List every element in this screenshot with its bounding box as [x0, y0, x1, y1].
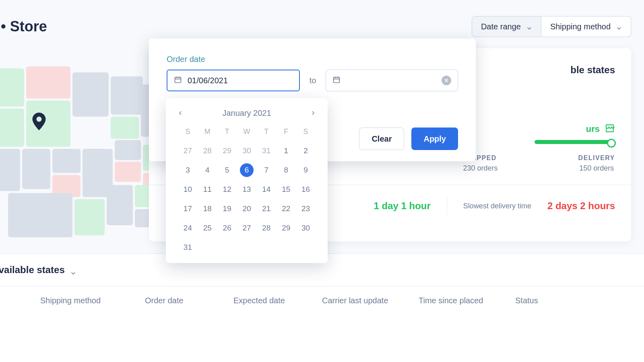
states-dropdown-label: all available states	[0, 264, 65, 276]
calendar-day[interactable]: 29	[276, 221, 296, 235]
svg-rect-24	[334, 77, 340, 82]
calendar-day[interactable]: 15	[276, 183, 296, 196]
calendar-day[interactable]: 8	[276, 163, 296, 177]
calendar-day[interactable]: 2	[296, 144, 316, 158]
col-location: tion	[0, 296, 40, 305]
calendar-icon	[174, 76, 182, 86]
calendar-day[interactable]: 19	[217, 202, 237, 216]
shipping-method-filter-label: Shipping method	[550, 22, 611, 31]
from-date-input[interactable]: 01/06/2021	[167, 70, 300, 91]
fastest-time-value: 1 day 1 hour	[374, 200, 430, 212]
shipped-count: 230 orders	[463, 164, 498, 173]
calendar-icon	[332, 76, 341, 86]
calendar-day[interactable]: 31	[178, 241, 198, 254]
next-month-button[interactable]	[311, 110, 316, 117]
calendar-day-outside[interactable]: 30	[237, 144, 257, 158]
date-range-filter-label: Date range	[481, 22, 521, 31]
calendar-grid: SMTWTFS272829303112345678910111213141516…	[178, 125, 316, 254]
calendar-day[interactable]: 17	[178, 202, 198, 216]
calendar-day[interactable]: 28	[256, 221, 276, 235]
col-carrier-update: Carrier last update	[322, 296, 419, 305]
calendar-day[interactable]: 20	[237, 202, 257, 216]
page-title: tes • Store	[0, 18, 47, 35]
svg-rect-1	[0, 109, 24, 147]
calendar-day[interactable]: 7	[256, 163, 276, 177]
svg-rect-0	[0, 68, 24, 107]
calendar-dow: W	[237, 125, 257, 138]
us-map	[0, 60, 169, 245]
calendar-day[interactable]: 12	[217, 183, 237, 196]
prev-month-button[interactable]	[178, 110, 183, 117]
calendar-month-title: January 2021	[222, 109, 271, 118]
col-expected-date: Expected date	[233, 296, 322, 305]
calendar-day[interactable]: 10	[178, 183, 198, 196]
calendar-day[interactable]: 14	[256, 183, 276, 196]
calendar-day[interactable]: 18	[198, 202, 217, 216]
apply-button[interactable]: Apply	[411, 128, 458, 150]
date-range-filter-button[interactable]: Date range	[472, 16, 541, 37]
avg-hours-value: urs	[586, 124, 600, 134]
svg-rect-10	[52, 149, 80, 173]
svg-rect-4	[72, 72, 109, 117]
calendar-day[interactable]: 22	[276, 202, 296, 216]
svg-rect-6	[111, 117, 139, 139]
divider	[447, 197, 447, 215]
svg-rect-2	[26, 66, 70, 99]
calendar-day-outside[interactable]: 28	[198, 144, 217, 158]
col-status: Status	[515, 296, 580, 305]
svg-rect-19	[107, 185, 133, 225]
svg-rect-23	[175, 77, 181, 82]
calendar-day[interactable]: 27	[237, 221, 257, 235]
calendar-day[interactable]: 23	[296, 202, 316, 216]
calendar-day[interactable]: 5	[217, 163, 237, 177]
calendar-day[interactable]: 3	[178, 163, 198, 177]
calendar-day[interactable]: 16	[296, 183, 316, 196]
calendar-dow: T	[217, 125, 237, 138]
calendar-day[interactable]: 26	[217, 221, 237, 235]
calendar-dow: S	[296, 125, 316, 138]
calendar-dow: M	[198, 125, 217, 138]
calendar-day-outside[interactable]: 29	[217, 144, 237, 158]
col-time-since: Time since placed	[419, 296, 515, 305]
clear-button[interactable]: Clear	[359, 128, 404, 150]
progress-bar	[535, 140, 615, 144]
svg-rect-18	[74, 199, 105, 235]
calendar-day[interactable]: 21	[256, 202, 276, 216]
calendar-day[interactable]: 1	[276, 144, 296, 158]
slowest-time-label: Slowest delivery time	[463, 202, 531, 210]
calendar-day[interactable]: 13	[237, 183, 257, 196]
svg-rect-8	[0, 149, 20, 191]
available-states-title: ble states	[535, 64, 615, 76]
calendar-day[interactable]: 11	[198, 183, 217, 196]
calendar-day[interactable]: 25	[198, 221, 217, 235]
calendar-day-outside[interactable]: 31	[256, 144, 276, 158]
map-pin-icon	[32, 113, 46, 132]
to-date-input[interactable]	[326, 70, 458, 91]
delivery-count: 150 orders	[578, 164, 615, 173]
svg-rect-14	[115, 162, 141, 182]
slowest-time-value: 2 days 2 hours	[547, 200, 615, 212]
header-filters: Date range Shipping method	[472, 16, 631, 37]
svg-rect-17	[8, 193, 72, 237]
clear-to-date-button[interactable]	[442, 76, 451, 85]
calendar-day[interactable]: 9	[296, 163, 316, 177]
chevron-down-icon	[616, 24, 622, 29]
calendar-day-outside[interactable]: 27	[178, 144, 198, 158]
table-header-row: tion Shipping method Order date Expected…	[0, 286, 644, 315]
svg-rect-9	[22, 149, 50, 189]
calendar-day[interactable]: 24	[178, 221, 198, 235]
calendar-day-selected[interactable]: 6	[237, 163, 257, 177]
order-date-label: Order date	[167, 55, 458, 64]
date-range-separator: to	[310, 76, 316, 85]
orders-table-section: all available states tion Shipping metho…	[0, 253, 644, 362]
col-order-date: Order date	[145, 296, 233, 305]
chevron-down-icon	[70, 267, 76, 273]
delivery-label: DELIVERY	[578, 154, 615, 162]
shipping-method-filter-button[interactable]: Shipping method	[541, 16, 631, 37]
svg-rect-13	[115, 140, 141, 160]
calendar-dow: S	[178, 125, 198, 138]
calendar-day[interactable]: 30	[296, 221, 316, 235]
chevron-down-icon	[526, 24, 532, 29]
calendar-day[interactable]: 4	[198, 163, 217, 177]
from-date-value: 01/06/2021	[188, 76, 228, 85]
